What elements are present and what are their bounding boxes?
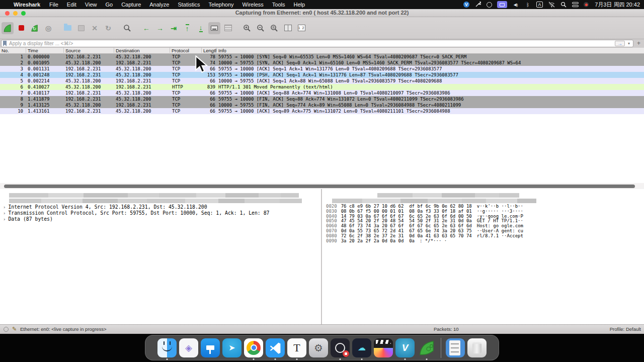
bluetooth-icon[interactable]: ᛒ (524, 1, 531, 8)
horizontal-scrollbar[interactable] (0, 183, 644, 189)
window-title-bar[interactable]: Capturing from Ethernet: en0 ( host 45.3… (0, 9, 644, 17)
go-last-button[interactable]: ↓ (195, 22, 207, 34)
menu-item-file[interactable]: File (49, 2, 58, 8)
filter-bookmark-icon[interactable] (3, 41, 7, 46)
dock-final-cut-pro[interactable] (374, 336, 393, 359)
capture-comment-icon[interactable]: ✎ (12, 326, 17, 332)
menu-item-go[interactable]: Go (105, 2, 113, 8)
auto-scroll-toggle[interactable] (208, 22, 220, 34)
dock-system-settings[interactable]: ⚙ (309, 336, 328, 359)
reload-button[interactable]: ↻ (102, 22, 114, 34)
volume-icon[interactable]: ◀) (512, 1, 519, 8)
dock-obs[interactable] (331, 336, 350, 359)
column-destination[interactable]: Destination (116, 48, 140, 54)
pane-divider[interactable] (321, 189, 322, 333)
wrench-icon[interactable] (474, 1, 481, 8)
hex-line[interactable]: 002076 c8 e9 6b 27 10 d6 62 df bf 6c 9b … (326, 204, 523, 209)
hex-line[interactable]: 008072 6c 2f 38 2e 37 2e 31 0d 0a 41 63 … (326, 233, 523, 238)
find-packet-button[interactable] (121, 22, 133, 34)
dock-telegram[interactable]: ➤ (222, 336, 242, 359)
wifi-off-icon[interactable] (548, 1, 555, 8)
menu-item-statistics[interactable]: Statistics (178, 2, 200, 8)
detail-line[interactable]: ›Transmission Control Protocol, Src Port… (3, 210, 269, 216)
stop-capture-button[interactable] (15, 22, 27, 34)
control-center-icon[interactable] (572, 2, 579, 7)
filter-add-button[interactable]: + (635, 40, 642, 47)
menu-item-analyze[interactable]: Analyze (149, 2, 169, 8)
menu-item-view[interactable]: View (85, 2, 97, 8)
zoom-reset-button[interactable] (268, 22, 280, 34)
hex-line[interactable]: 00700d 0a 55 73 65 72 2d 41 67 65 6e 74 … (326, 228, 523, 233)
capture-options-button[interactable]: ◎ (42, 22, 54, 34)
packet-row[interactable]: 20.00109545.32.118.200192.168.2.231TCP74… (0, 60, 644, 66)
packet-row[interactable]: 70.410117192.168.2.23145.32.118.200TCP66… (0, 90, 644, 96)
hex-line[interactable]: 005047 45 54 20 2f 20 48 54 54 50 2f 31 … (326, 218, 523, 223)
profile-text[interactable]: Profile: Default (610, 326, 641, 332)
resize-columns-button[interactable] (282, 22, 294, 34)
dock-notes[interactable] (446, 336, 465, 359)
display-filter-input[interactable]: Apply a display filter ... <⌘/> → ▾ (1, 40, 633, 47)
hex-line[interactable]: 004014 79 03 0a 67 6f 6f 67 6c 65 2e 63 … (326, 214, 523, 219)
menu-item-wireless[interactable]: Wireless (243, 2, 264, 8)
detail-line[interactable]: ›Internet Protocol Version 4, Src: 192.1… (3, 204, 207, 210)
dock-wireshark[interactable] (417, 336, 436, 359)
go-forward-button[interactable]: → (154, 22, 166, 34)
recording-indicator-icon[interactable] (584, 2, 589, 7)
menu-app-name[interactable]: Wireshark (14, 2, 40, 8)
go-first-button[interactable]: ↑ (181, 22, 193, 34)
packet-row[interactable]: 60.41002745.32.118.200192.168.2.231HTTP8… (0, 84, 644, 90)
save-file-button[interactable] (75, 22, 87, 34)
packet-row[interactable]: 81.411879192.168.2.23145.32.118.200TCP66… (0, 96, 644, 102)
close-capture-button[interactable]: ✕ (89, 22, 101, 34)
scrollbar-thumb[interactable] (4, 185, 635, 188)
hex-line[interactable]: 006048 6f 73 74 3a 20 67 6f 6f 67 6c 65 … (326, 223, 523, 228)
obs-status-icon[interactable] (487, 2, 492, 8)
column-no[interactable]: No. (2, 48, 22, 54)
hex-dump-pane[interactable]: 002076 c8 e9 6b 27 10 d6 62 df bf 6c 9b … (325, 189, 644, 333)
dock-clash[interactable]: ☁ (352, 336, 371, 359)
packet-row[interactable]: 101.413161192.168.2.23145.32.118.200TCP6… (0, 108, 644, 114)
screen-recording-icon[interactable] (497, 1, 507, 8)
menu-item-edit[interactable]: Edit (67, 2, 76, 8)
column-source[interactable]: Source (65, 48, 80, 54)
filter-dropdown-caret[interactable]: ▾ (628, 41, 630, 46)
expand-arrow-icon[interactable]: › (3, 211, 6, 216)
menu-item-telephony[interactable]: Telephony (208, 2, 233, 8)
packet-row[interactable]: 50.00221445.32.118.200192.168.2.231TCP66… (0, 78, 644, 84)
expand-arrow-icon[interactable]: › (3, 217, 6, 222)
v2ray-status-icon[interactable]: V (463, 2, 469, 8)
column-length[interactable]: Length (203, 48, 217, 54)
dock-vscode[interactable] (266, 336, 285, 359)
packet-row[interactable]: 40.001248192.168.2.23145.32.118.200TCP15… (0, 72, 644, 78)
filter-apply-button[interactable]: → (615, 41, 625, 46)
dock-trash[interactable] (467, 336, 487, 359)
packet-details-pane[interactable]: ›Internet Protocol Version 4, Src: 192.1… (0, 189, 321, 333)
packet-row[interactable]: 30.001131192.168.2.23145.32.118.200TCP66… (0, 66, 644, 72)
detail-line[interactable]: ›Data (87 bytes) (3, 216, 53, 222)
go-to-packet-button[interactable]: ⇥ (168, 22, 180, 34)
menu-item-capture[interactable]: Capture (121, 2, 141, 8)
expand-arrow-icon[interactable]: › (3, 205, 6, 210)
column-info[interactable]: Info (218, 48, 226, 54)
go-back-button[interactable]: ← (140, 22, 152, 34)
open-file-button[interactable] (61, 22, 73, 34)
restart-capture-button[interactable]: ↻ (29, 22, 41, 34)
search-icon[interactable] (560, 1, 567, 8)
zoom-out-button[interactable] (255, 22, 267, 34)
column-protocol[interactable]: Protocol (172, 48, 189, 54)
expert-info-icon[interactable] (4, 327, 9, 332)
hex-line[interactable]: 003008 0b 67 f5 00 00 01 01 08 0a f3 33 … (326, 209, 523, 214)
packet-row[interactable]: 91.41312545.32.118.200192.168.2.231TCP66… (0, 102, 644, 108)
dock-launchpad[interactable]: ◈ (179, 336, 198, 359)
start-capture-button[interactable] (2, 22, 14, 34)
dock-v2ray[interactable]: V (395, 336, 415, 359)
dock-finder[interactable] (157, 336, 177, 359)
menu-item-help[interactable]: Help (293, 2, 305, 8)
colorize-toggle[interactable] (222, 22, 234, 34)
dock-typora[interactable]: T (287, 336, 306, 359)
hex-line[interactable]: 00903a 20 2a 2f 2a 0d 0a 0d 0a: */*··· · (326, 238, 447, 243)
menu-clock[interactable]: 7月3日 周四 20:42 (595, 1, 640, 9)
input-source-icon[interactable]: A (536, 2, 543, 8)
dock-chrome[interactable] (244, 336, 263, 359)
dock-keynote[interactable] (201, 336, 220, 359)
